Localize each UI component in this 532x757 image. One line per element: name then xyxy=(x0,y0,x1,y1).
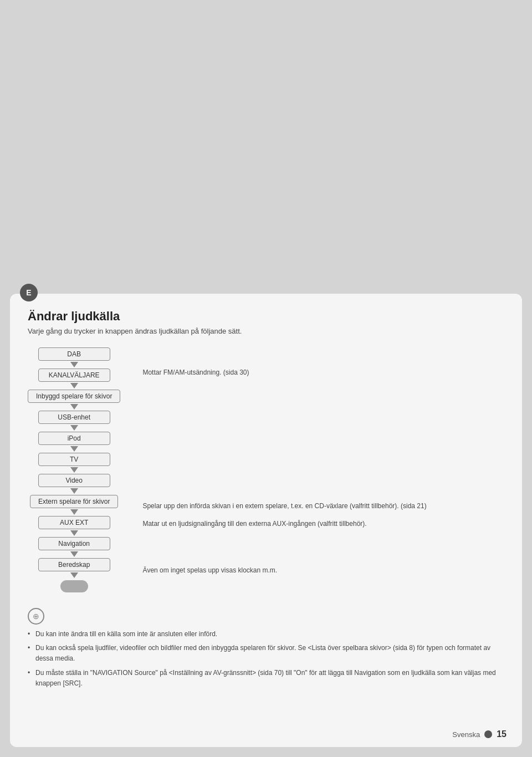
source-navigation: Navigation xyxy=(38,537,110,550)
page-number: 15 xyxy=(497,729,507,739)
arrow-extern xyxy=(70,509,78,515)
note-icon-row: ⊕ xyxy=(28,608,504,625)
spacer-nav xyxy=(142,542,504,565)
notes-list: Du kan inte ändra till en källa som inte… xyxy=(28,629,504,689)
arrow-usb xyxy=(70,425,78,431)
source-extern: Extern spelare för skivor xyxy=(30,495,118,508)
page-background: E Ändrar ljudkälla Varje gång du trycker… xyxy=(0,0,532,757)
content-box: E Ändrar ljudkälla Varje gång du trycker… xyxy=(10,294,522,747)
arrow-inbyggd xyxy=(70,404,78,410)
arrow-dab xyxy=(70,362,78,367)
note-item-3: Du måste ställa in "NAVIGATION Source" p… xyxy=(28,668,504,689)
source-dab: DAB xyxy=(38,347,110,361)
source-video: Video xyxy=(38,474,110,487)
page-footer: Svenska 15 xyxy=(452,729,507,739)
desc-beredskap: Även om inget spelas upp visas klockan m… xyxy=(142,565,504,575)
section-letter: E xyxy=(20,284,38,301)
arrow-navigation xyxy=(70,551,78,557)
arrow-tv xyxy=(70,467,78,473)
source-beredskap: Beredskap xyxy=(38,558,110,571)
desc-auxext-text: Matar ut en ljudsignalingång till den ex… xyxy=(142,519,504,529)
source-tv: TV xyxy=(38,453,110,466)
arrow-beredskap xyxy=(70,572,78,578)
main-content: DAB KANALVÄLJARE Inbyggd spelare för ski… xyxy=(28,347,504,592)
source-auxext: AUX EXT xyxy=(38,516,110,529)
note-item-1: Du kan inte ändra till en källa som inte… xyxy=(28,629,504,640)
desc-auxext: Matar ut en ljudsignalingång till den ex… xyxy=(142,519,504,529)
source-inbyggd: Inbyggd spelare för skivor xyxy=(28,390,120,403)
arrow-auxext xyxy=(70,530,78,536)
note-item-2: Du kan också spela ljudfiler, videofiler… xyxy=(28,643,504,664)
bottom-shape xyxy=(60,580,88,592)
desc-kanalvaljare: Mottar FM/AM-utsändning. (sida 30) xyxy=(142,367,504,377)
arrow-kanalvaljare xyxy=(70,383,78,388)
note-icon: ⊕ xyxy=(28,608,44,625)
arrow-ipod xyxy=(70,446,78,452)
notes-section: ⊕ Du kan inte ändra till en källa som in… xyxy=(28,608,504,689)
source-ipod: iPod xyxy=(38,432,110,445)
source-kanalvaljare: KANALVÄLJARE xyxy=(38,369,110,382)
language-label: Svenska xyxy=(452,730,480,739)
descriptions-block: Mottar FM/AM-utsändning. (sida 30) Spela… xyxy=(131,347,504,592)
page-subtitle: Varje gång du trycker in knappen ändras … xyxy=(28,327,504,335)
arrow-video xyxy=(70,488,78,494)
desc-extern-text: Spelar upp den införda skivan i en exter… xyxy=(142,501,504,511)
desc-extern: Spelar upp den införda skivan i en exter… xyxy=(142,501,504,511)
spacer-middle xyxy=(142,387,504,501)
desc-kanalvaljare-text: Mottar FM/AM-utsändning. (sida 30) xyxy=(142,367,504,377)
desc-beredskap-text: Även om inget spelas upp visas klockan m… xyxy=(142,565,504,575)
source-chain: DAB KANALVÄLJARE Inbyggd spelare för ski… xyxy=(28,347,120,592)
source-usb: USB-enhet xyxy=(38,411,110,424)
page-title: Ändrar ljudkälla xyxy=(28,309,504,324)
page-dot xyxy=(484,730,492,738)
